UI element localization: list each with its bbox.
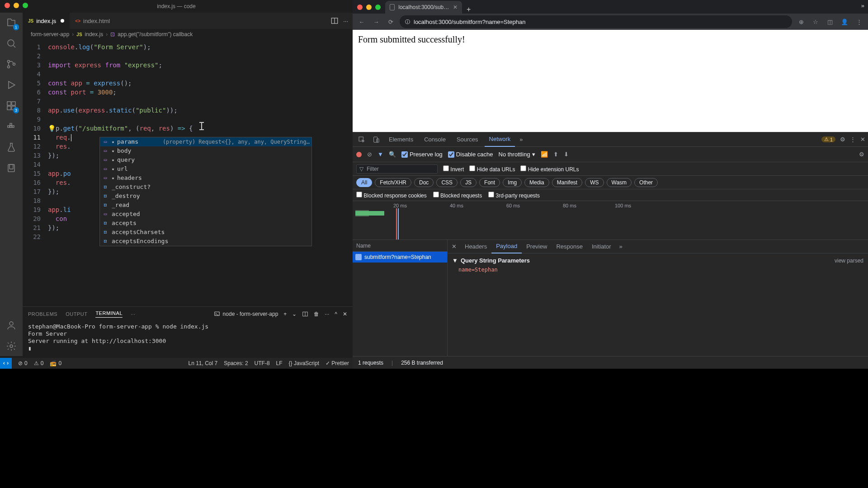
intellisense-item[interactable]: ⊡_construct?	[100, 183, 311, 192]
encoding[interactable]: UTF-8	[255, 360, 270, 366]
tab-console[interactable]: Console	[420, 132, 450, 147]
type-chip-fetchxhr[interactable]: Fetch/XHR	[375, 178, 411, 187]
indentation[interactable]: Spaces: 2	[224, 360, 248, 366]
close-tab-icon[interactable]: ✕	[453, 4, 458, 10]
terminal-chevron-down-icon[interactable]: ⌄	[292, 311, 297, 317]
back-button[interactable]: ←	[356, 19, 367, 25]
terminal-profile[interactable]: node - form-server-app	[214, 311, 278, 317]
intellisense-item[interactable]: ▭★query	[100, 155, 311, 164]
close-window-icon[interactable]	[357, 5, 363, 10]
intellisense-item[interactable]: ▭★params(property) Request<{}, any, any,…	[100, 137, 311, 146]
intellisense-item[interactable]: ⊡acceptsCharsets	[100, 228, 311, 237]
detail-tab-response[interactable]: Response	[552, 240, 587, 253]
throttling-dropdown[interactable]: No throttling ▾	[499, 151, 535, 158]
detail-tab-preview[interactable]: Preview	[522, 240, 552, 253]
filter-icon[interactable]: ▼	[377, 151, 383, 158]
panel-tab-terminal[interactable]: TERMINAL	[95, 310, 123, 318]
maximize-panel-icon[interactable]: ^	[335, 311, 337, 317]
inspect-element-icon[interactable]	[355, 136, 368, 143]
gear-icon[interactable]	[5, 340, 18, 352]
intellisense-item[interactable]: ⊡_destroy	[100, 192, 311, 201]
import-icon[interactable]: ⬆	[553, 151, 558, 158]
panel-tab-output[interactable]: OUTPUT	[66, 311, 87, 317]
export-icon[interactable]: ⬇	[564, 151, 569, 158]
type-chip-media[interactable]: Media	[524, 178, 549, 187]
status-radio[interactable]: 📻 0	[50, 360, 61, 366]
intellisense-item[interactable]: ▭accepted	[100, 210, 311, 219]
maximize-window-icon[interactable]	[23, 3, 28, 8]
explorer-icon[interactable]: 1	[5, 16, 18, 29]
minimize-window-icon[interactable]	[366, 5, 372, 10]
type-chip-js[interactable]: JS	[460, 178, 476, 187]
forward-button[interactable]: →	[371, 19, 382, 25]
site-info-icon[interactable]: ⓘ	[405, 19, 410, 25]
bookmarks-icon[interactable]	[5, 162, 18, 174]
code-editor[interactable]: 12345678910111213141516171819202122 cons…	[23, 40, 353, 306]
request-row[interactable]: submitform?name=Stephan	[353, 252, 447, 263]
prettier-status[interactable]: ✓ Prettier	[326, 360, 349, 366]
minimize-window-icon[interactable]	[14, 3, 19, 8]
check-blocked-requests[interactable]: Blocked requests	[433, 192, 482, 199]
close-detail-icon[interactable]: ✕	[448, 243, 460, 250]
type-chip-font[interactable]: Font	[479, 178, 500, 187]
intellisense-item[interactable]: ⊡acceptsEncodings	[100, 237, 311, 246]
accounts-icon[interactable]	[5, 319, 18, 332]
search-icon[interactable]: 🔍	[389, 151, 396, 158]
type-chip-manifest[interactable]: Manifest	[552, 178, 582, 187]
status-warnings[interactable]: ⚠ 0	[34, 360, 44, 366]
intellisense-item[interactable]: ⊡_read	[100, 201, 311, 210]
type-chip-wasm[interactable]: Wasm	[607, 178, 632, 187]
cursor-position[interactable]: Ln 11, Col 7	[189, 360, 218, 366]
intellisense-popup[interactable]: ▭★params(property) Request<{}, any, any,…	[99, 137, 312, 246]
check-hide-data-urls[interactable]: Hide data URLs	[469, 165, 515, 173]
more-actions-icon[interactable]: ···	[343, 18, 348, 24]
device-toolbar-icon[interactable]	[370, 136, 382, 143]
type-chip-doc[interactable]: Doc	[414, 178, 434, 187]
intellisense-item[interactable]: ▭★url	[100, 164, 311, 174]
check-blocked-cookies[interactable]: Blocked response cookies	[356, 192, 427, 199]
omnibox[interactable]: ⓘ localhost:3000/submitform?name=Stephan	[400, 15, 658, 28]
close-panel-icon[interactable]: ✕	[343, 311, 347, 317]
remote-indicator-icon[interactable]	[0, 358, 12, 369]
new-tab-button[interactable]: +	[462, 5, 475, 14]
network-conditions-icon[interactable]: 📶	[541, 151, 548, 158]
docker-icon[interactable]	[5, 120, 18, 133]
check-invert[interactable]: Invert	[443, 165, 464, 173]
tab-index-html[interactable]: <> index.html	[70, 13, 115, 29]
split-editor-icon[interactable]	[330, 17, 339, 25]
close-window-icon[interactable]	[5, 3, 10, 8]
tab-network[interactable]: Network	[485, 132, 515, 147]
intellisense-item[interactable]: ▭★body	[100, 146, 311, 155]
extensions-icon[interactable]: 3	[5, 99, 18, 112]
language-mode[interactable]: {} JavaScript	[289, 360, 319, 366]
payload-section-header[interactable]: ▼ Query String Parameters view parsed	[452, 257, 658, 264]
intellisense-item[interactable]: ⊡accepts	[100, 219, 311, 228]
panel-tab-problems[interactable]: PROBLEMS	[28, 311, 57, 317]
type-chip-css[interactable]: CSS	[436, 178, 458, 187]
type-chip-img[interactable]: Img	[503, 178, 522, 187]
panel-tab-more[interactable]: ···	[131, 311, 136, 317]
filter-input[interactable]: ▽ Filter	[356, 164, 438, 174]
more-tabs-icon[interactable]: »	[517, 136, 525, 143]
tab-elements[interactable]: Elements	[384, 132, 418, 147]
status-errors[interactable]: ⊘ 0	[18, 360, 28, 366]
flask-icon[interactable]	[5, 141, 18, 154]
more-terminal-icon[interactable]: ···	[325, 311, 329, 317]
run-debug-icon[interactable]	[5, 79, 18, 91]
check-3rd-party[interactable]: 3rd-party requests	[488, 192, 540, 199]
detail-tab-payload[interactable]: Payload	[491, 240, 522, 253]
clear-icon[interactable]: ⊘	[367, 151, 372, 158]
eol[interactable]: LF	[276, 360, 283, 366]
tab-index-js[interactable]: JS index.js	[23, 13, 70, 29]
type-chip-all[interactable]: All	[356, 178, 372, 187]
more-detail-tabs-icon[interactable]: »	[616, 243, 626, 250]
new-terminal-icon[interactable]: +	[283, 311, 287, 317]
check-hide-ext-urls[interactable]: Hide extension URLs	[520, 165, 579, 173]
preserve-log-checkbox[interactable]: Preserve log	[401, 151, 443, 158]
intellisense-item[interactable]: ▭★headers	[100, 174, 311, 183]
terminal-output[interactable]: stephan@MacBook-Pro form-server-app % no…	[23, 321, 353, 354]
detail-tab-headers[interactable]: Headers	[460, 240, 491, 253]
type-chip-other[interactable]: Other	[634, 178, 658, 187]
maximize-window-icon[interactable]	[375, 5, 381, 10]
column-name-header[interactable]: Name	[353, 240, 447, 252]
